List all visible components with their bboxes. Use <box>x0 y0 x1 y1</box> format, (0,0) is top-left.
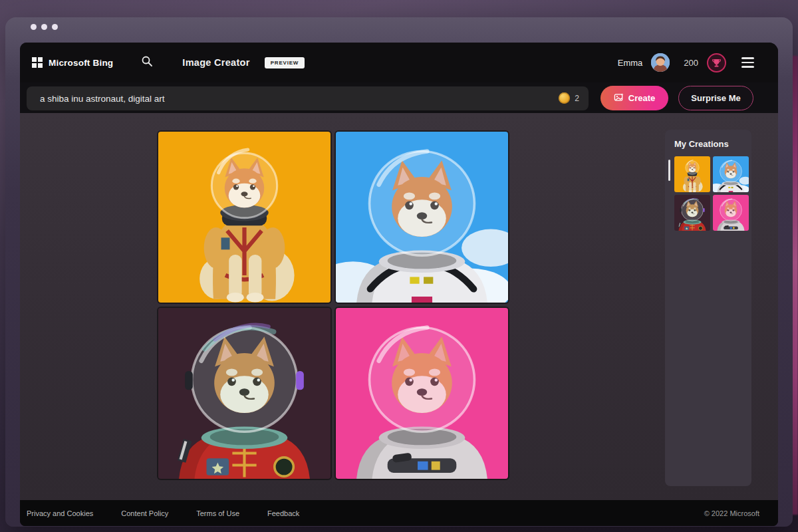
generated-image-4[interactable] <box>336 308 508 479</box>
window-dot <box>41 24 47 30</box>
preview-badge: PREVIEW <box>265 57 305 68</box>
results-area: My Creations <box>20 113 778 500</box>
footer-copyright: © 2022 Microsoft <box>704 509 759 517</box>
user-name[interactable]: Emma <box>618 58 643 68</box>
coin-icon <box>559 92 570 104</box>
window-menu-dots[interactable] <box>31 24 58 30</box>
generated-image-2[interactable] <box>336 132 508 303</box>
creation-thumbnail-2[interactable] <box>713 156 749 192</box>
surprise-me-button[interactable]: Surprise Me <box>678 86 753 110</box>
app-footer: Privacy and Cookies Content Policy Terms… <box>20 500 778 526</box>
creations-thumbnail-grid <box>674 156 749 231</box>
my-creations-panel: My Creations <box>665 130 751 486</box>
generated-image-grid <box>158 132 508 479</box>
rewards-trophy-icon[interactable] <box>707 53 726 72</box>
create-button-label: Create <box>628 93 655 103</box>
create-icon <box>614 92 624 104</box>
creation-thumbnail-4[interactable] <box>713 195 749 231</box>
window-dot <box>52 24 58 30</box>
my-creations-title: My Creations <box>665 130 751 149</box>
panel-scrollbar[interactable] <box>668 160 670 181</box>
boost-count: 2 <box>575 94 579 103</box>
create-button[interactable]: Create <box>600 86 668 110</box>
prompt-input[interactable] <box>27 86 589 110</box>
footer-link-feedback[interactable]: Feedback <box>267 509 299 517</box>
footer-link-terms[interactable]: Terms of Use <box>196 509 239 517</box>
brand-label[interactable]: Microsoft Bing <box>49 58 113 68</box>
app-header: Microsoft Bing Image Creator PREVIEW Emm… <box>20 43 778 82</box>
page-title: Image Creator <box>182 57 249 68</box>
surprise-me-label: Surprise Me <box>691 93 740 103</box>
search-icon[interactable] <box>141 55 153 70</box>
image-creator-app: Microsoft Bing Image Creator PREVIEW Emm… <box>20 43 778 526</box>
generated-image-3[interactable] <box>158 308 331 479</box>
window-dot <box>31 24 37 30</box>
microsoft-logo-icon[interactable] <box>32 57 43 68</box>
creation-thumbnail-1[interactable] <box>674 156 710 192</box>
browser-window: Microsoft Bing Image Creator PREVIEW Emm… <box>5 17 793 527</box>
boost-indicator: 2 <box>559 92 579 104</box>
hamburger-menu-icon[interactable] <box>741 57 754 67</box>
footer-link-content-policy[interactable]: Content Policy <box>121 509 168 517</box>
creation-thumbnail-3[interactable] <box>674 195 710 231</box>
generated-image-1[interactable] <box>158 132 331 303</box>
credits-count: 200 <box>684 58 698 68</box>
footer-link-privacy[interactable]: Privacy and Cookies <box>27 509 93 517</box>
avatar[interactable] <box>651 53 670 72</box>
prompt-bar: 2 <box>27 86 589 110</box>
